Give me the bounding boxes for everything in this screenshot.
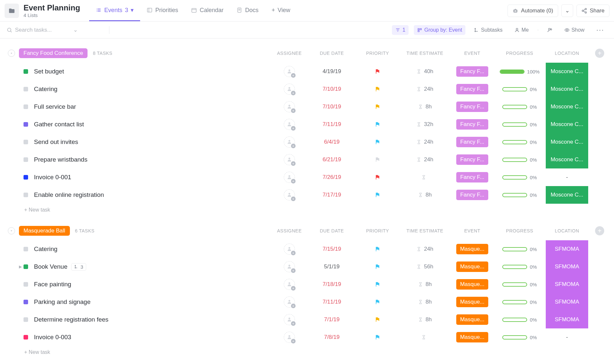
priority-flag[interactable] [355,121,400,127]
status-square[interactable] [24,87,28,91]
priority-flag[interactable] [355,192,400,198]
priority-flag[interactable] [355,334,400,340]
time-estimate[interactable]: 56h [400,263,449,270]
task-name[interactable]: Gather contact list [34,121,270,128]
assignee-button[interactable] [284,261,295,272]
event-tag[interactable]: Masque... [456,314,489,325]
task-row[interactable]: Invoice 0-001 7/26/19 Fancy F... 0% - [5,168,609,186]
time-estimate[interactable]: 24h [400,139,449,145]
progress[interactable]: 0% [495,87,544,92]
task-name[interactable]: Invoice 0-003 [34,334,270,341]
event-tag[interactable]: Fancy F... [456,172,488,182]
column-header-due[interactable]: DUE DATE [309,228,355,233]
task-row[interactable]: Face painting 7/18/19 8h Masque... 0% SF… [5,276,609,293]
location-tag[interactable]: SFMOMA [546,276,588,293]
time-estimate[interactable]: 24h [400,156,449,163]
assignees-chip[interactable] [544,25,556,35]
event-tag[interactable]: Fancy F... [456,190,488,200]
priority-flag[interactable] [355,104,400,110]
column-header-due[interactable]: DUE DATE [309,51,355,56]
location-tag[interactable]: Moscone C... [546,186,588,204]
collapse-button[interactable] [8,50,15,57]
event-tag[interactable]: Masque... [456,332,489,342]
time-estimate[interactable] [400,334,449,340]
tab-add-view[interactable]: + View [265,0,297,21]
chevron-down-icon[interactable]: ⌄ [73,26,78,33]
add-column-button[interactable]: + [595,226,604,235]
status-square[interactable] [24,193,28,197]
location-tag[interactable]: Moscone C... [546,116,588,133]
group-label[interactable]: Masquerade Ball [19,226,70,236]
progress[interactable]: 0% [495,175,544,180]
due-date[interactable]: 7/17/19 [323,192,341,198]
new-task-button[interactable]: + New task [5,346,609,358]
collapse-button[interactable] [8,227,15,234]
due-date[interactable]: 4/19/19 [323,68,341,75]
status-square[interactable] [24,317,28,322]
time-estimate[interactable]: 8h [400,192,449,198]
task-row[interactable]: Prepare wristbands 6/21/19 24h Fancy F..… [5,151,609,168]
time-estimate[interactable]: 8h [400,281,449,288]
priority-flag[interactable] [355,69,400,74]
due-date[interactable]: 7/11/19 [323,121,341,128]
task-name[interactable]: Book Venue 3 [34,263,270,271]
event-tag[interactable]: Fancy F... [456,119,488,130]
status-square[interactable] [24,335,28,340]
priority-flag[interactable] [355,317,400,323]
due-date[interactable]: 7/15/19 [323,246,341,252]
event-tag[interactable]: Masque... [456,297,489,307]
progress[interactable]: 0% [495,317,544,323]
assignee-button[interactable] [284,314,295,325]
due-date[interactable]: 7/8/19 [324,334,339,340]
task-name[interactable]: Catering [34,245,270,253]
filter-chip[interactable]: 1 [392,25,409,35]
assignee-button[interactable] [284,296,295,308]
tab-docs[interactable]: Docs [230,0,265,21]
location-tag[interactable]: SFMOMA [546,258,588,276]
status-square[interactable] [24,104,28,109]
location-tag[interactable]: Moscone C... [546,63,588,80]
due-date[interactable]: 7/10/19 [323,86,341,92]
column-header-time[interactable]: TIME ESTIMATE [400,51,449,56]
add-column-button[interactable]: + [595,49,604,58]
progress[interactable]: 100% [495,69,544,74]
task-name[interactable]: Determine registration fees [34,316,270,323]
time-estimate[interactable]: 24h [400,246,449,252]
assignee-button[interactable] [284,332,295,343]
task-name[interactable]: Catering [34,86,270,93]
assignee-button[interactable] [284,84,295,95]
automate-button[interactable]: Automate (0) [508,5,558,17]
time-estimate[interactable]: 8h [400,299,449,305]
due-date[interactable]: 7/26/19 [323,174,341,181]
location-tag[interactable]: Moscone C... [546,98,588,116]
group-label[interactable]: Fancy Food Conference [19,48,88,58]
progress[interactable]: 0% [495,157,544,163]
status-square[interactable] [24,300,28,304]
event-tag[interactable]: Fancy F... [456,102,488,112]
assignee-button[interactable] [284,172,295,183]
location-tag[interactable]: SFMOMA [546,293,588,311]
due-date[interactable]: 6/21/19 [323,156,341,163]
progress[interactable]: 0% [495,282,544,287]
priority-flag[interactable] [355,174,400,180]
due-date[interactable]: 7/11/19 [323,299,341,305]
assignee-button[interactable] [284,101,295,112]
column-header-assignee[interactable]: ASSIGNEE [270,51,309,56]
column-header-priority[interactable]: PRIORITY [355,51,400,56]
assignee-button[interactable] [284,279,295,290]
task-row[interactable]: Catering 7/15/19 24h Masque... 0% SFMOMA [5,240,609,258]
task-row[interactable]: Send out invites 6/4/19 24h Fancy F... 0… [5,133,609,151]
priority-flag[interactable] [355,281,400,287]
column-header-location[interactable]: LOCATION [544,51,590,56]
column-header-time[interactable]: TIME ESTIMATE [400,228,449,233]
automate-dropdown[interactable]: ⌄ [561,4,573,17]
event-tag[interactable]: Masque... [456,244,489,254]
time-estimate[interactable]: 24h [400,86,449,92]
status-square[interactable] [24,264,28,269]
progress[interactable]: 0% [495,335,544,340]
time-estimate[interactable]: 8h [400,316,449,323]
status-square[interactable] [24,157,28,162]
column-header-event[interactable]: EVENT [449,51,495,56]
status-square[interactable] [24,282,28,287]
task-name[interactable]: Send out invites [34,138,270,146]
